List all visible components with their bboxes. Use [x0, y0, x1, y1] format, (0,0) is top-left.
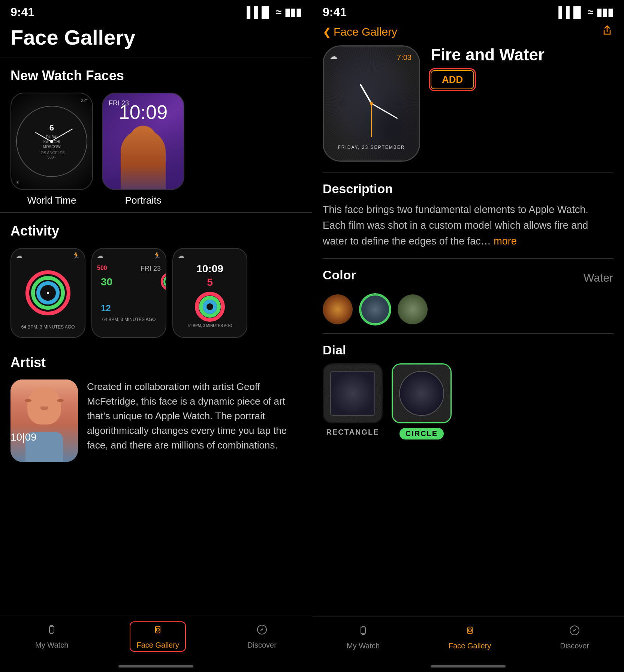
dial-thumb-circle[interactable] [392, 363, 452, 423]
svg-rect-1 [50, 625, 53, 627]
status-bar-right: 9:41 ▐▐▐▌ ≈ ▮▮▮ [312, 0, 624, 21]
portraits-thumb[interactable]: FRI 23 10:09 [102, 93, 184, 190]
run-icon-2: 🏃 [153, 252, 161, 260]
color-selected-value: Water [584, 272, 613, 284]
artist-description: Created in collaboration with artist Geo… [87, 380, 301, 453]
tab-bar-left: My Watch Face Gallery Discover [0, 615, 312, 661]
color-section: Color Water [312, 259, 624, 333]
discover-icon-left [256, 624, 268, 639]
world-time-thumb[interactable]: 6 DUBAIKARACHIMOSCOW LOS ANGELES500~ 22° [10, 93, 93, 190]
portrait-person: FRI 23 10:09 [103, 93, 184, 189]
tab-discover-right[interactable]: Discover [551, 623, 598, 652]
activity-stats-2: 64 BPM, 3 MINUTES AGO [92, 315, 166, 324]
run-icon-1: 🏃 [72, 252, 80, 260]
activity-grid: ☁ 🏃 64 BPM, 3 MINUTES AGO ☁ � [10, 248, 301, 338]
status-bar-left: 9:41 ▐▐▐▌ ≈ ▮▮▮ [0, 0, 312, 21]
tab-my-watch-left[interactable]: My Watch [26, 622, 77, 651]
home-indicator-right [312, 661, 624, 672]
activity-face-2[interactable]: ☁ 🏃 500 30 FRI 23 12 [91, 248, 166, 338]
face-gallery-label-right: Face Gallery [449, 642, 491, 650]
battery-icon: ▮▮▮ [284, 6, 301, 18]
signal-icon: ▐▐▐▌ [243, 6, 272, 18]
dial-option-circle[interactable]: CIRCLE [392, 363, 452, 440]
add-button[interactable]: ADD [431, 70, 474, 89]
tab-face-gallery-right[interactable]: Face Gallery [440, 623, 500, 652]
activity-divider [0, 212, 312, 213]
ring-container-3 [195, 292, 225, 322]
description-body: This face brings two fundamental element… [323, 202, 613, 249]
artist-divider [0, 344, 312, 344]
wifi-icon: ≈ [276, 6, 281, 18]
new-faces-grid: 6 DUBAIKARACHIMOSCOW LOS ANGELES500~ 22° [10, 93, 301, 206]
right-scroll-content[interactable]: 7:03 FRIDAY, 23 SEPTEMBER ☁ Fire a [312, 45, 624, 616]
tab-discover-left[interactable]: Discover [238, 622, 286, 651]
nav-bar-right: ❮ Face Gallery [312, 21, 624, 45]
svg-rect-7 [361, 627, 365, 634]
tab-bar-right: My Watch Face Gallery Discover [312, 616, 624, 661]
description-text-content: This face brings two fundamental element… [323, 204, 588, 247]
dial-options: RECTANGLE CIRCLE [323, 363, 613, 440]
weather-icon-preview: ☁ [330, 52, 337, 61]
weather-icon-1: ☁ [16, 252, 22, 260]
artist-content: 10|09 Created in collaboration with arti… [10, 380, 301, 462]
tab-face-gallery-left[interactable]: Face Gallery [130, 621, 186, 652]
activity-top-1: ☁ 🏃 [11, 249, 85, 263]
battery-icon-right: ▮▮▮ [596, 6, 613, 18]
activity-heading: Activity [10, 223, 301, 239]
activity-face-3[interactable]: ☁ 10:09 5 64 BPM, 3 MINUTES AGO [172, 248, 247, 338]
discover-label-left: Discover [247, 641, 277, 650]
portrait-body [121, 129, 166, 189]
color-swatch-fire[interactable] [323, 294, 353, 324]
home-bar-right [431, 665, 506, 668]
dial-section: Dial RECTANGLE [312, 334, 624, 448]
svg-rect-9 [362, 633, 365, 635]
discover-icon-right [569, 624, 581, 639]
world-time-item[interactable]: 6 DUBAIKARACHIMOSCOW LOS ANGELES500~ 22° [10, 93, 93, 206]
tab-my-watch-right[interactable]: My Watch [338, 623, 389, 652]
preview-date: FRIDAY, 23 SEPTEMBER [338, 145, 405, 150]
face-gallery-icon-right [464, 624, 476, 639]
portraits-item[interactable]: FRI 23 10:09 Portraits [102, 93, 184, 206]
activity-stats-1: 64 BPM, 3 MINUTES AGO [11, 323, 85, 331]
weather-icon-2: ☁ [97, 252, 103, 260]
status-time-left: 9:41 [10, 5, 34, 19]
activity-stats-3: 64 BPM, 3 MINUTES AGO [173, 324, 247, 328]
dial-thumb-rectangle[interactable] [323, 363, 383, 423]
my-watch-icon-left [46, 624, 58, 639]
dial-rect-shape [330, 371, 375, 416]
world-time-dial: 6 DUBAIKARACHIMOSCOW LOS ANGELES500~ [16, 106, 87, 177]
back-button[interactable]: ❮ Face Gallery [323, 26, 397, 38]
dial-option-rectangle[interactable]: RECTANGLE [323, 363, 383, 440]
hour-hand [359, 84, 372, 104]
color-swatch-water[interactable] [360, 294, 390, 324]
dial-title: Dial [323, 343, 613, 357]
description-title: Description [323, 182, 613, 196]
activity-face-1[interactable]: ☁ 🏃 64 BPM, 3 MINUTES AGO [10, 248, 85, 338]
svg-rect-2 [50, 633, 53, 634]
artist-face-thumb[interactable]: 10|09 [10, 380, 78, 462]
share-button[interactable] [601, 24, 613, 39]
activity-top-2: ☁ 🏃 [92, 249, 166, 263]
color-swatch-earth[interactable] [398, 294, 428, 324]
title-divider [0, 57, 312, 57]
minute-hand [371, 103, 398, 119]
home-bar-left [118, 665, 193, 668]
artist-heading: Artist [10, 355, 301, 370]
face-gallery-icon-left [152, 624, 164, 639]
svg-point-11 [468, 629, 471, 632]
svg-marker-6 [260, 628, 263, 631]
ring-container-1 [25, 270, 70, 315]
dial-label-rectangle: RECTANGLE [326, 428, 379, 436]
my-watch-label-left: My Watch [35, 641, 68, 650]
more-link[interactable]: more [494, 236, 517, 247]
left-panel: 9:41 ▐▐▐▌ ≈ ▮▮▮ Face Gallery New Watch F… [0, 0, 312, 672]
dial-circle-shape [399, 371, 444, 416]
activity-digital-face: 500 30 FRI 23 12 [92, 263, 166, 315]
left-scroll-content[interactable]: Face Gallery New Watch Faces 6 DUBAIKARA… [0, 21, 312, 615]
new-faces-heading: New Watch Faces [10, 68, 301, 84]
status-icons-left: ▐▐▐▌ ≈ ▮▮▮ [243, 6, 301, 18]
color-swatches [323, 294, 613, 324]
home-indicator-left [0, 661, 312, 672]
face-detail-hero: 7:03 FRIDAY, 23 SEPTEMBER ☁ Fire a [312, 45, 624, 172]
svg-rect-8 [362, 626, 365, 627]
